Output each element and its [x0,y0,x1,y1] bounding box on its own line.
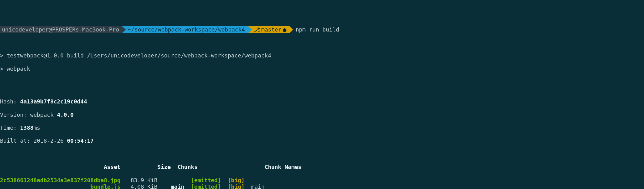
app: webpack [30,111,57,118]
value: 1388 [20,124,33,131]
branch-icon: ⎇ [254,26,261,33]
prompt-path: ~/source/webpack-workspace/webpack4 [126,26,248,33]
stats-version: Version: webpack 4.0.0 [0,111,644,118]
prompt-git-branch: ⎇master● [252,26,290,33]
label: Time: [0,124,20,131]
table-row: bundle.js 4.08 KiB main [emitted] [big] … [0,183,644,189]
label: Built at: [0,137,33,144]
col-chunk-names: Chunk Names [265,164,301,170]
prompt-host: unicodeveloper@PROSPERs-MacBook-Pro [0,26,122,33]
chunk-names: main [244,183,265,189]
big-tag: [big] [221,177,244,183]
branch-name: master [261,26,282,33]
asset-name: 2c538663248adb2534a3e837f208dba8.jpg [0,177,121,183]
col-chunks: Chunks [177,164,197,170]
command-input[interactable]: npm run build [293,26,339,33]
stats-built-at: Built at: 2018-2-26 00:54:17 [0,137,644,144]
stats-hash: Hash: 4a13a9b7f8c2c19c0d44 [0,98,644,105]
asset-size: 83.9 KiB [121,177,157,183]
npm-script-line: > testwebpack@1.0.0 build /Users/unicode… [0,52,644,59]
table-row: 2c538663248adb2534a3e837f208dba8.jpg 83.… [0,177,644,183]
asset-size: 4.08 KiB [121,183,157,189]
asset-chunks [157,177,184,183]
time: 00:54:17 [67,137,94,144]
date: 2018-2-26 [33,137,67,144]
blank-line [0,78,644,85]
asset-chunks: main [157,183,184,189]
col-size: Size [141,164,171,170]
emitted-tag: [emitted] [184,177,221,183]
big-tag: [big] [221,183,244,189]
asset-name: bundle.js [0,183,121,189]
emitted-tag: [emitted] [184,183,221,189]
path-text: ~/source/webpack-workspace/webpack4 [128,26,245,33]
value: 4.0.0 [57,111,74,118]
label: Hash: [0,98,20,105]
asset-table: Asset Size Chunks Chunk Names 2c53866324… [0,157,644,189]
prompt-separator-icon [122,26,126,33]
host-text: unicodeveloper@PROSPERs-MacBook-Pro [2,26,119,33]
chunk-names [244,177,251,183]
col-asset: Asset [0,164,121,170]
stats-time: Time: 1388ms [0,124,644,131]
label: Version: [0,111,30,118]
prompt-separator-icon [290,26,293,33]
prompt-separator-icon [248,26,252,33]
value: 4a13a9b7f8c2c19c0d44 [20,98,87,105]
unit: ms [33,124,40,131]
shell-prompt: unicodeveloper@PROSPERs-MacBook-Pro ~/so… [0,26,644,33]
npm-script-line: > webpack [0,65,644,72]
table-header: Asset Size Chunks Chunk Names [0,164,644,170]
